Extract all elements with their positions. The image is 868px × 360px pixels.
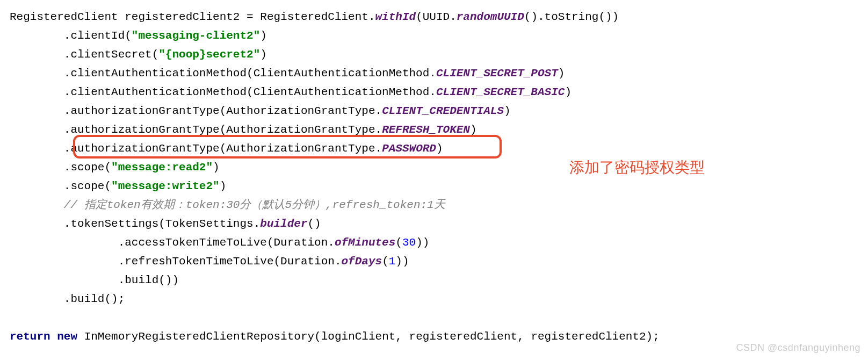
watermark: CSDN @csdnfanguyinheng <box>736 342 860 354</box>
code-line: .scope("message:read2") <box>10 161 220 174</box>
code-line: return new InMemoryRegisteredClientRepos… <box>10 330 660 343</box>
code-line: .scope("message:write2") <box>10 180 226 192</box>
code-line: .build(); <box>10 293 125 305</box>
code-line: .authorizationGrantType(AuthorizationGra… <box>10 105 511 117</box>
code-line: .clientSecret("{noop}secret2") <box>10 48 267 61</box>
code-line: .authorizationGrantType(AuthorizationGra… <box>10 142 443 155</box>
code-block: RegisteredClient registeredClient2 = Reg… <box>0 0 868 346</box>
code-line: .accessTokenTimeToLive(Duration.ofMinute… <box>10 236 429 249</box>
code-line: // 指定token有效期：token:30分（默认5分钟）,refresh_t… <box>10 199 445 211</box>
code-line: .clientAuthenticationMethod(ClientAuthen… <box>10 67 565 80</box>
code-line: .tokenSettings(TokenSettings.builder() <box>10 218 321 230</box>
code-line: .clientAuthenticationMethod(ClientAuthen… <box>10 86 572 98</box>
annotation-label: 添加了密码授权类型 <box>569 157 705 178</box>
code-line: RegisteredClient registeredClient2 = Reg… <box>10 11 619 23</box>
code-line: .clientId("messaging-client2") <box>10 30 267 42</box>
code-line: .refreshTokenTimeToLive(Duration.ofDays(… <box>10 255 409 268</box>
code-line: .build()) <box>10 274 179 286</box>
code-line: .authorizationGrantType(AuthorizationGra… <box>10 124 477 136</box>
